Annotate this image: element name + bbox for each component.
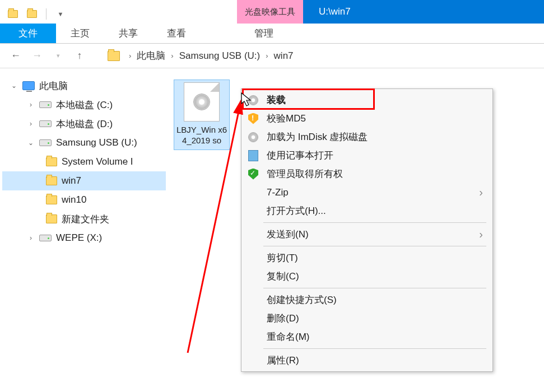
arrow-up-icon: ↑ (77, 50, 82, 62)
folder-icon (108, 51, 120, 61)
file-iso[interactable]: LBJY_Win x64_2019 so (174, 80, 230, 150)
ribbon-tab-home[interactable]: 主页 (56, 24, 104, 43)
menu-label: 使用记事本打开 (267, 149, 333, 162)
shield-warning-icon (247, 112, 260, 125)
menu-admin[interactable]: 管理员取得所有权 (243, 165, 491, 183)
file-label: LBJY_Win x64_2019 so (174, 125, 229, 146)
titlebar: ▼ 光盘映像工具 U:\win7 (0, 0, 544, 24)
tree-label: win7 (62, 175, 81, 186)
qat-separator (46, 8, 47, 20)
shield-check-icon (247, 167, 260, 181)
tree-folder-win10[interactable]: win10 (2, 190, 166, 209)
tree-drive-c[interactable]: › 本地磁盘 (C:) (2, 95, 166, 114)
folder-icon (46, 195, 57, 204)
expand-icon[interactable]: ⌄ (10, 82, 18, 90)
nav-forward-button[interactable]: → (30, 49, 44, 63)
menu-mount[interactable]: 装载 (243, 91, 491, 109)
tree-folder-svi[interactable]: System Volume I (2, 152, 166, 171)
qat-folder-2[interactable] (24, 7, 40, 21)
menu-notepad[interactable]: 使用记事本打开 (243, 146, 491, 165)
breadcrumb[interactable]: › 此电脑 › Samsung USB (U:) › win7 (108, 49, 294, 62)
qat-folder-1[interactable] (4, 7, 21, 21)
menu-shortcut[interactable]: 创建快捷方式(S) (243, 291, 491, 309)
menu-openwith[interactable]: 打开方式(H)... (243, 202, 491, 220)
ribbon-tab-view[interactable]: 查看 (152, 24, 201, 43)
menu-label: 发送到(N) (267, 228, 309, 241)
chevron-right-icon: › (479, 228, 483, 241)
notepad-icon (247, 149, 260, 162)
menu-label: 创建快捷方式(S) (267, 293, 337, 306)
folder-icon (46, 214, 57, 223)
menu-separator (263, 288, 486, 288)
nav-back-button[interactable]: ← (9, 49, 22, 63)
qat-dropdown[interactable]: ▼ (52, 7, 69, 21)
breadcrumb-item[interactable]: Samsung USB (U:) (179, 50, 261, 62)
tree-label: System Volume I (62, 156, 133, 167)
menu-label: 7-Zip (267, 187, 289, 198)
menu-properties[interactable]: 属性(R) (243, 351, 491, 370)
menu-cut[interactable]: 剪切(T) (243, 249, 491, 267)
menu-separator (263, 246, 486, 246)
folder-icon (46, 157, 57, 166)
menu-delete[interactable]: 删除(D) (243, 309, 491, 328)
ribbon-tabs: 文件 主页 共享 查看 管理 (0, 24, 544, 44)
tree-label: 本地磁盘 (D:) (56, 118, 113, 130)
menu-label: 校验MD5 (267, 112, 306, 125)
breadcrumb-item[interactable]: win7 (274, 50, 294, 62)
file-tab[interactable]: 文件 (0, 24, 56, 43)
iso-file-icon (184, 82, 220, 122)
disc-icon (247, 130, 260, 144)
expand-icon[interactable]: › (27, 234, 35, 242)
drive-icon (39, 235, 52, 241)
menu-label: 打开方式(H)... (267, 204, 326, 217)
menu-label: 重命名(M) (267, 330, 309, 343)
menu-separator (263, 348, 486, 349)
drive-icon (39, 101, 52, 108)
chevron-right-icon: › (129, 52, 131, 60)
menu-7zip[interactable]: 7-Zip › (243, 183, 491, 202)
tree-label: win10 (62, 194, 86, 206)
arrow-left-icon: ← (11, 50, 21, 62)
tree-label: 新建文件夹 (62, 213, 109, 226)
expand-icon[interactable]: › (27, 101, 35, 109)
menu-label: 剪切(T) (267, 251, 298, 264)
menu-label: 加载为 ImDisk 虚拟磁盘 (267, 130, 368, 143)
nav-up-button[interactable]: ↑ (73, 49, 86, 63)
menu-md5[interactable]: 校验MD5 (243, 109, 491, 128)
chevron-right-icon: › (479, 186, 483, 199)
menu-imdisk[interactable]: 加载为 ImDisk 虚拟磁盘 (243, 128, 491, 146)
chevron-right-icon: › (266, 52, 268, 60)
disc-icon (247, 94, 260, 107)
menu-label: 管理员取得所有权 (267, 167, 343, 180)
menu-label: 删除(D) (267, 312, 299, 325)
breadcrumb-item[interactable]: 此电脑 (137, 49, 165, 62)
tree-folder-new[interactable]: 新建文件夹 (2, 209, 166, 228)
pc-icon (22, 81, 35, 90)
quick-access-toolbar: ▼ (0, 0, 69, 24)
tree-label: 本地磁盘 (C:) (56, 99, 113, 111)
context-menu: 装载 校验MD5 加载为 ImDisk 虚拟磁盘 使用记事本打开 管理员取得所有… (241, 88, 493, 372)
menu-label: 复制(C) (267, 270, 299, 283)
menu-label: 装载 (267, 94, 286, 106)
tree-drive-u[interactable]: ⌄ Samsung USB (U:) (2, 133, 166, 152)
ribbon-tab-share[interactable]: 共享 (104, 24, 152, 43)
tree-drive-x[interactable]: › WEPE (X:) (2, 228, 166, 248)
expand-icon[interactable]: ⌄ (27, 139, 35, 147)
tree-drive-d[interactable]: › 本地磁盘 (D:) (2, 114, 166, 133)
chevron-down-icon: ▾ (57, 52, 60, 59)
chevron-down-icon: ▼ (58, 11, 64, 17)
expand-icon[interactable]: › (27, 120, 35, 128)
ribbon-tab-manage[interactable]: 管理 (240, 24, 288, 43)
drive-icon (39, 120, 52, 127)
tree-label: 此电脑 (39, 80, 68, 92)
menu-copy[interactable]: 复制(C) (243, 267, 491, 286)
menu-separator (263, 222, 486, 223)
folder-icon (46, 176, 57, 185)
tree-label: Samsung USB (U:) (56, 137, 137, 148)
arrow-right-icon: → (32, 50, 42, 62)
nav-recent-dropdown[interactable]: ▾ (52, 49, 65, 63)
menu-sendto[interactable]: 发送到(N) › (243, 225, 491, 244)
tree-this-pc[interactable]: ⌄ 此电脑 (2, 76, 166, 95)
menu-rename[interactable]: 重命名(M) (243, 328, 491, 346)
tree-folder-win7[interactable]: win7 (2, 171, 166, 190)
